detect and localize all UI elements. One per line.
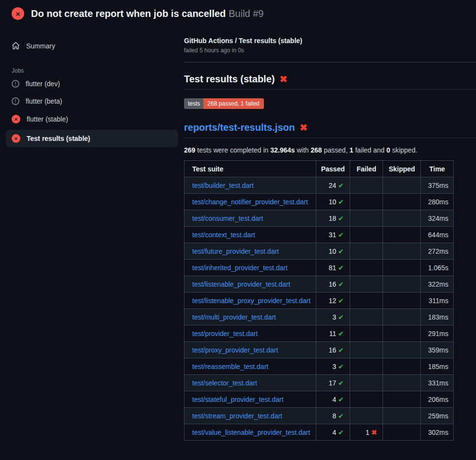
table-row: test/stateful_provider_test.dart 4✔ 206m… bbox=[184, 391, 454, 408]
check-icon: ✔ bbox=[338, 198, 344, 206]
test-suite-link[interactable]: test/stateful_provider_test.dart bbox=[192, 396, 283, 403]
check-icon: ✔ bbox=[338, 379, 344, 387]
table-row: test/value_listenable_provider_test.dart… bbox=[184, 424, 454, 441]
column-header-failed: Failed bbox=[350, 161, 383, 177]
job-label: flutter (beta) bbox=[26, 97, 62, 105]
run-status-text: failed 5 hours ago in 0s bbox=[184, 47, 476, 54]
jobs-section-label: Jobs bbox=[0, 62, 184, 75]
test-suite-link[interactable]: test/inherited_provider_test.dart bbox=[192, 264, 288, 272]
section-title-text: Test results (stable) bbox=[184, 74, 275, 85]
cross-mark-icon: ✖ bbox=[300, 123, 307, 132]
sidebar-item-test-results-stable[interactable]: × Test results (stable) bbox=[6, 130, 178, 147]
test-suite-link[interactable]: test/change_notifier_provider_test.dart bbox=[192, 198, 308, 206]
test-suite-link[interactable]: test/context_test.dart bbox=[192, 231, 255, 239]
test-results-table: Test suite Passed Failed Skipped Time te… bbox=[184, 160, 454, 441]
sidebar-item-label: Summary bbox=[26, 42, 55, 50]
divider bbox=[184, 62, 476, 62]
test-summary-sentence: 269 tests were completed in 32.964s with… bbox=[184, 146, 476, 154]
sidebar: Summary Jobs ! flutter (dev) ! flutter (… bbox=[0, 26, 184, 147]
check-icon: ✔ bbox=[338, 297, 344, 305]
sidebar-item-summary[interactable]: Summary bbox=[0, 38, 184, 54]
table-row: test/listenable_provider_test.dart 16✔ 3… bbox=[184, 276, 454, 292]
table-row: test/stream_provider_test.dart 8✔ 259ms bbox=[184, 408, 454, 424]
check-icon: ✔ bbox=[338, 264, 344, 272]
table-row: test/reassemble_test.dart 3✔ 185ms bbox=[184, 358, 454, 375]
check-icon: ✔ bbox=[338, 247, 344, 255]
home-icon bbox=[12, 42, 20, 50]
section-title: Test results (stable) ✖ bbox=[184, 74, 476, 90]
test-suite-link[interactable]: test/provider_test.dart bbox=[192, 330, 258, 337]
failed-status-icon: × bbox=[12, 7, 24, 20]
job-label: flutter (dev) bbox=[26, 80, 60, 88]
page-title: Do not create report when job is cancell… bbox=[31, 8, 226, 19]
check-icon: ✔ bbox=[338, 182, 344, 189]
test-suite-link[interactable]: test/multi_provider_test.dart bbox=[192, 313, 276, 321]
column-header-time: Time bbox=[421, 161, 454, 177]
table-row: test/proxy_provider_test.dart 16✔ 359ms bbox=[184, 342, 454, 358]
check-icon: ✔ bbox=[338, 215, 344, 222]
check-icon: ✔ bbox=[338, 429, 344, 436]
neutral-status-icon: ! bbox=[12, 97, 19, 105]
test-suite-link[interactable]: test/listenable_provider_test.dart bbox=[192, 280, 290, 288]
test-suite-link[interactable]: test/value_listenable_provider_test.dart bbox=[192, 429, 310, 436]
check-icon: ✔ bbox=[338, 363, 344, 370]
column-header-skipped: Skipped bbox=[383, 161, 421, 177]
test-suite-link[interactable]: test/builder_test.dart bbox=[192, 182, 254, 189]
sidebar-item-flutter-stable[interactable]: × flutter (stable) bbox=[0, 110, 184, 128]
neutral-status-icon: ! bbox=[12, 80, 19, 88]
table-row: test/consumer_test.dart 18✔ 324ms bbox=[184, 210, 454, 227]
check-run-header: × Do not create report when job is cance… bbox=[0, 0, 476, 26]
badge-label: tests bbox=[184, 98, 203, 109]
test-suite-link[interactable]: test/selector_test.dart bbox=[192, 379, 257, 387]
table-row: test/provider_test.dart 11✔ 291ms bbox=[184, 325, 454, 342]
check-icon: ✔ bbox=[338, 346, 344, 354]
table-row: test/future_provider_test.dart 10✔ 272ms bbox=[184, 243, 454, 260]
table-row: test/change_notifier_provider_test.dart … bbox=[184, 194, 454, 210]
main-content: GitHub Actions / Test results (stable) f… bbox=[184, 26, 476, 441]
test-suite-link[interactable]: test/future_provider_test.dart bbox=[192, 247, 279, 255]
check-icon: ✔ bbox=[338, 330, 344, 337]
column-header-passed: Passed bbox=[316, 161, 350, 177]
check-icon: ✔ bbox=[338, 231, 344, 239]
sidebar-item-flutter-beta[interactable]: ! flutter (beta) bbox=[0, 92, 184, 110]
cross-mark-icon: ✖ bbox=[279, 75, 287, 84]
build-number: Build #9 bbox=[229, 8, 263, 19]
check-icon: ✔ bbox=[338, 313, 344, 321]
test-suite-link[interactable]: test/proxy_provider_test.dart bbox=[192, 346, 278, 354]
failed-status-icon: × bbox=[12, 115, 20, 123]
job-label: flutter (stable) bbox=[27, 115, 68, 123]
check-icon: ✔ bbox=[338, 412, 344, 420]
table-row: test/listenable_proxy_provider_test.dart… bbox=[184, 292, 454, 309]
test-suite-link[interactable]: test/stream_provider_test.dart bbox=[192, 412, 282, 420]
sidebar-item-flutter-dev[interactable]: ! flutter (dev) bbox=[0, 75, 184, 92]
report-file-link[interactable]: reports/test-results.json bbox=[184, 122, 295, 133]
check-icon: ✔ bbox=[338, 396, 344, 403]
test-suite-link[interactable]: test/listenable_proxy_provider_test.dart bbox=[192, 297, 310, 305]
table-row: test/context_test.dart 31✔ 644ms bbox=[184, 227, 454, 243]
page-title-group: Do not create report when job is cancell… bbox=[31, 8, 264, 19]
failed-status-icon: × bbox=[12, 134, 20, 143]
check-icon: ✔ bbox=[338, 280, 344, 288]
report-file-heading: reports/test-results.json ✖ bbox=[184, 122, 476, 138]
table-row: test/inherited_provider_test.dart 81✔ 1.… bbox=[184, 260, 454, 276]
cross-icon: ✖ bbox=[371, 429, 377, 436]
table-row: test/selector_test.dart 17✔ 331ms bbox=[184, 375, 454, 391]
badge-value: 268 passed, 1 failed bbox=[203, 98, 263, 109]
tests-badge: tests 268 passed, 1 failed bbox=[184, 98, 264, 109]
table-row: test/multi_provider_test.dart 3✔ 183ms bbox=[184, 309, 454, 325]
test-suite-link[interactable]: test/reassemble_test.dart bbox=[192, 363, 268, 370]
table-row: test/builder_test.dart 24✔ 375ms bbox=[184, 177, 454, 194]
test-suite-link[interactable]: test/consumer_test.dart bbox=[192, 215, 263, 222]
job-label: Test results (stable) bbox=[27, 135, 90, 142]
table-header-row: Test suite Passed Failed Skipped Time bbox=[184, 161, 454, 177]
column-header-suite: Test suite bbox=[184, 161, 316, 177]
breadcrumb: GitHub Actions / Test results (stable) bbox=[184, 37, 476, 45]
